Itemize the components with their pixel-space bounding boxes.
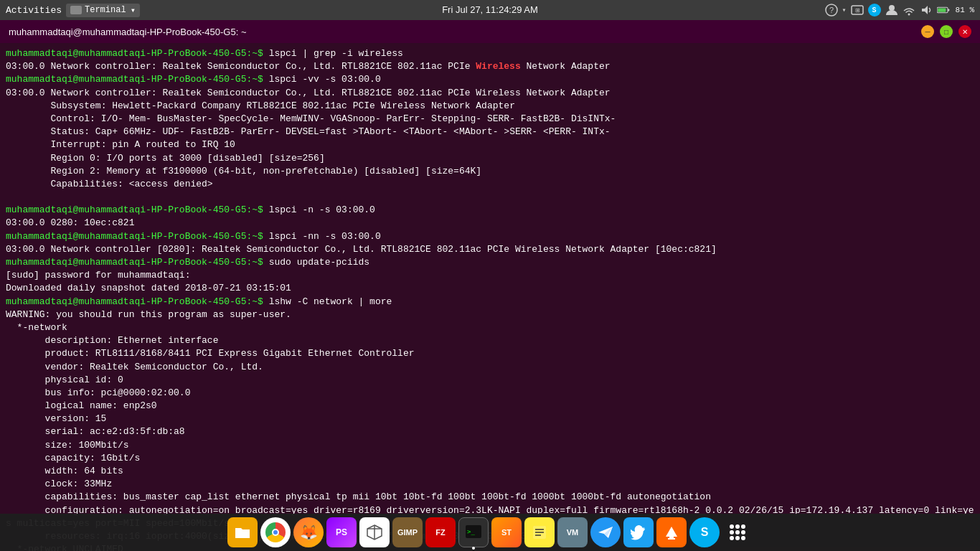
taskbar-terminal-icon[interactable]: >_ xyxy=(458,517,489,547)
terminal-out-20: bus info: pci@0000:02:00.0 xyxy=(6,387,190,398)
terminal-taskbar-icon xyxy=(70,6,82,14)
terminal-out-26: width: 64 bits xyxy=(6,466,123,476)
terminal-cmd-3: lspci -n -s 03:00.0 xyxy=(263,204,375,215)
terminal-window: muhammadtaqi@muhammadtaqi-HP-ProBook-450… xyxy=(0,20,980,551)
terminal-prompt-2: muhammadtaqi@muhammadtaqi-HP-ProBook-450… xyxy=(6,74,263,85)
svg-rect-9 xyxy=(938,8,946,11)
taskbar-tweetdeck-icon[interactable] xyxy=(623,517,654,547)
terminal-out-25: capacity: 1Gbit/s xyxy=(6,453,140,463)
topbar-right: ? ▾ ⊞ S xyxy=(825,4,974,17)
terminal-out-1: 03:00.0 Network controller: Realtek Semi… xyxy=(6,61,611,72)
dots-grid xyxy=(730,524,745,540)
terminal-out-14: WARNING: you should run this program as … xyxy=(6,309,291,320)
svg-point-5 xyxy=(908,14,910,16)
svg-point-4 xyxy=(889,5,895,11)
terminal-out-10: 03:00.0 0280: 10ec:c821 xyxy=(6,217,134,228)
skype-tray-icon[interactable]: S xyxy=(868,4,881,17)
terminal-out-16: description: Ethernet interface xyxy=(6,335,218,346)
terminal-out-15: *-network xyxy=(6,322,67,333)
terminal-prompt-1: muhammadtaqi@muhammadtaqi-HP-ProBook-450… xyxy=(6,48,263,59)
terminal-out-19: physical id: 0 xyxy=(6,375,123,385)
terminal-prompt-4: muhammadtaqi@muhammadtaqi-HP-ProBook-450… xyxy=(6,231,263,242)
terminal-cmd-6: lshw -C network | more xyxy=(263,296,392,307)
topbar: Activities Terminal ▾ Fri Jul 27, 11:24:… xyxy=(0,0,980,20)
svg-marker-6 xyxy=(922,6,928,14)
taskbar-telegram-icon[interactable] xyxy=(590,517,621,547)
terminal-blank-1 xyxy=(6,192,11,202)
battery-tray-icon[interactable] xyxy=(937,4,950,17)
taskbar-notes-icon[interactable] xyxy=(524,517,555,547)
terminal-out-11: 03:00.0 Network controller [0280]: Realt… xyxy=(6,244,717,255)
taskbar-skype-icon[interactable]: S xyxy=(689,517,720,547)
svg-text:>_: >_ xyxy=(467,528,475,535)
svg-rect-21 xyxy=(668,538,675,540)
terminal-taskbar-label: Terminal xyxy=(85,5,126,15)
terminal-window-controls: ─ □ ✕ xyxy=(921,25,971,38)
terminal-out-23: serial: ac:e2:d3:5f:db:a8 xyxy=(6,426,185,437)
terminal-out-12: [sudo] password for muhammadtaqi: xyxy=(6,270,190,281)
terminal-prompt-3: muhammadtaqi@muhammadtaqi-HP-ProBook-450… xyxy=(6,204,263,215)
taskbar-chrome-icon[interactable] xyxy=(260,517,291,547)
terminal-out-9: Capabilities: <access denied> xyxy=(6,179,213,189)
taskbar-files-icon[interactable] xyxy=(227,517,258,547)
taskbar-appgrid-icon[interactable] xyxy=(722,517,753,547)
terminal-out-22: version: 15 xyxy=(6,413,106,424)
terminal-taskbar-button[interactable]: Terminal ▾ xyxy=(66,4,140,17)
help-icon[interactable]: ? xyxy=(825,4,838,17)
svg-marker-19 xyxy=(666,527,677,537)
volume-tray-icon[interactable] xyxy=(920,4,933,17)
topbar-center: Fri Jul 27, 11:24:29 AM xyxy=(442,4,538,16)
close-button[interactable]: ✕ xyxy=(958,25,971,38)
topbar-datetime: Fri Jul 27, 11:24:29 AM xyxy=(442,4,538,15)
taskbar-filezilla-icon[interactable]: FZ xyxy=(425,517,456,547)
topbar-left: Activities Terminal ▾ xyxy=(6,4,140,17)
terminal-body[interactable]: muhammadtaqi@muhammadtaqi-HP-ProBook-450… xyxy=(0,43,980,551)
network-tray-icon[interactable] xyxy=(903,4,915,17)
taskbar: 🦊 PS GIMP FZ >_ ST VM S xyxy=(0,514,980,551)
taskbar-vlc-icon[interactable] xyxy=(656,517,687,547)
terminal-title: muhammadtaqi@muhammadtaqi-HP-ProBook-450… xyxy=(9,27,246,37)
terminal-prompt-5: muhammadtaqi@muhammadtaqi-HP-ProBook-450… xyxy=(6,257,263,268)
terminal-cmd-2: lspci -vv -s 03:00.0 xyxy=(263,74,381,85)
terminal-out-2: 03:00.0 Network controller: Realtek Semi… xyxy=(6,88,611,98)
taskbar-gimp-icon[interactable]: GIMP xyxy=(392,517,423,547)
taskbar-sublime-icon[interactable]: ST xyxy=(491,517,522,547)
tray-dropdown-arrow[interactable]: ▾ xyxy=(842,6,847,14)
svg-text:?: ? xyxy=(829,6,834,14)
taskbar-3dbox-icon[interactable] xyxy=(359,517,390,547)
taskbar-phpstorm-icon[interactable]: PS xyxy=(326,517,357,547)
terminal-out-28: capabilities: bus_master cap_list ethern… xyxy=(6,491,711,502)
terminal-out-8: Region 2: Memory at f3100000 (64-bit, no… xyxy=(6,166,481,176)
svg-rect-8 xyxy=(948,9,949,11)
terminal-prompt-6: muhammadtaqi@muhammadtaqi-HP-ProBook-450… xyxy=(6,296,263,307)
terminal-cmd-5: sudo update-pciids xyxy=(263,257,369,268)
terminal-out-3: Subsystem: Hewlett-Packard Company RTL88… xyxy=(6,100,515,111)
terminal-titlebar: muhammadtaqi@muhammadtaqi-HP-ProBook-450… xyxy=(0,20,980,43)
terminal-cmd-4: lspci -nn -s 03:00.0 xyxy=(263,231,381,242)
user-tray-icon[interactable] xyxy=(885,4,898,17)
terminal-cmd-1: lspci | grep -i wireless xyxy=(263,48,403,59)
terminal-out-13: Downloaded daily snapshot dated 2018-07-… xyxy=(6,283,291,293)
terminal-out-21: logical name: enp2s0 xyxy=(6,400,157,411)
terminal-out-17: product: RTL8111/8168/8411 PCI Express G… xyxy=(6,348,415,359)
terminal-out-24: size: 100Mbit/s xyxy=(6,440,129,451)
terminal-out-5: Status: Cap+ 66MHz- UDF- FastB2B- ParErr… xyxy=(6,126,611,137)
terminal-out-18: vendor: Realtek Semiconductor Co., Ltd. xyxy=(6,362,263,372)
terminal-out-4: Control: I/O- Mem- BusMaster- SpecCycle-… xyxy=(6,113,616,124)
svg-rect-20 xyxy=(669,535,674,538)
terminal-dropdown-arrow[interactable]: ▾ xyxy=(131,5,136,16)
activities-button[interactable]: Activities xyxy=(6,5,62,16)
svg-text:⊞: ⊞ xyxy=(854,7,859,14)
terminal-out-6: Interrupt: pin A routed to IRQ 10 xyxy=(6,139,235,150)
tray-icon-1[interactable]: ⊞ xyxy=(851,4,864,17)
maximize-button[interactable]: □ xyxy=(940,25,953,38)
taskbar-firefox-icon[interactable]: 🦊 xyxy=(293,517,324,547)
terminal-out-7: Region 0: I/O ports at 3000 [disabled] [… xyxy=(6,153,325,164)
system-tray: ? ▾ ⊞ S xyxy=(825,4,974,17)
minimize-button[interactable]: ─ xyxy=(921,25,934,38)
taskbar-vmware-icon[interactable]: VM xyxy=(557,517,588,547)
terminal-out-27: clock: 33MHz xyxy=(6,479,112,489)
battery-percentage: 81 % xyxy=(956,6,974,14)
